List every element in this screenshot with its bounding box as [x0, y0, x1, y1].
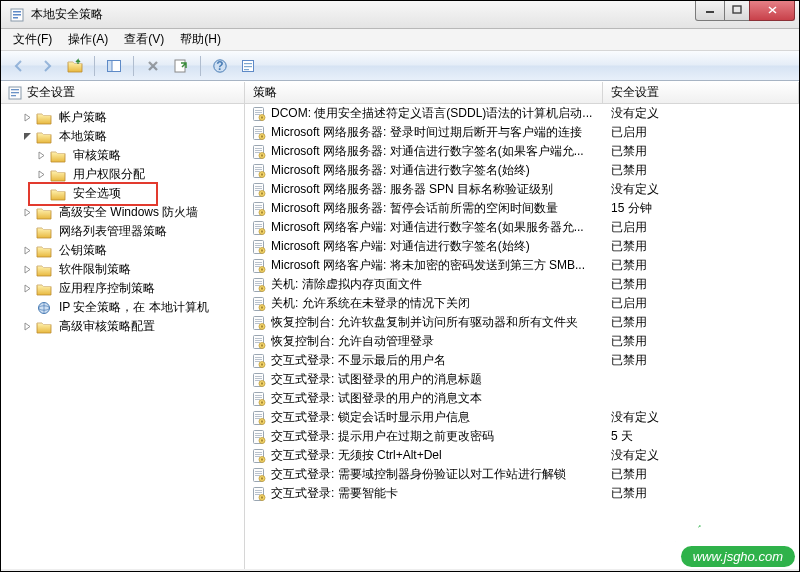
list-row[interactable]: Microsoft 网络服务器: 对通信进行数字签名(始终)已禁用 [245, 161, 799, 180]
folder-icon [36, 243, 52, 259]
folder-icon [36, 129, 52, 145]
tree-node[interactable]: 应用程序控制策略 [19, 279, 244, 298]
tree-node[interactable]: 用户权限分配 [33, 165, 244, 184]
policy-icon [251, 220, 267, 236]
minimize-button[interactable] [695, 1, 725, 21]
close-button[interactable] [749, 1, 795, 21]
policy-icon [251, 410, 267, 426]
expander-icon[interactable] [21, 282, 34, 295]
expander-icon[interactable] [21, 111, 34, 124]
policy-name: 交互式登录: 提示用户在过期之前更改密码 [271, 428, 603, 445]
policy-icon [251, 144, 267, 160]
tree-node[interactable]: 网络列表管理器策略 [19, 222, 244, 241]
list-row[interactable]: Microsoft 网络客户端: 对通信进行数字签名(始终)已禁用 [245, 237, 799, 256]
tree[interactable]: 帐户策略本地策略审核策略用户权限分配安全选项高级安全 Windows 防火墙网络… [1, 104, 244, 569]
tree-node[interactable]: 安全选项 [33, 184, 244, 203]
policy-name: Microsoft 网络服务器: 对通信进行数字签名(如果客户端允... [271, 143, 603, 160]
expander-icon[interactable] [35, 168, 48, 181]
tree-node[interactable]: 软件限制策略 [19, 260, 244, 279]
policy-name: Microsoft 网络客户端: 对通信进行数字签名(始终) [271, 238, 603, 255]
tree-pane: 安全设置 帐户策略本地策略审核策略用户权限分配安全选项高级安全 Windows … [1, 82, 245, 569]
policy-name: 交互式登录: 锁定会话时显示用户信息 [271, 409, 603, 426]
app-icon [9, 7, 25, 23]
col-policy[interactable]: 策略 [245, 82, 603, 103]
policy-setting: 已禁用 [603, 143, 799, 160]
delete-button[interactable] [141, 54, 165, 78]
list-row[interactable]: Microsoft 网络服务器: 暂停会话前所需的空闲时间数量15 分钟 [245, 199, 799, 218]
menu-file[interactable]: 文件(F) [5, 29, 60, 50]
col-setting[interactable]: 安全设置 [603, 82, 799, 103]
list-row[interactable]: Microsoft 网络服务器: 服务器 SPN 目标名称验证级别没有定义 [245, 180, 799, 199]
svg-rect-8 [13, 14, 21, 16]
tree-label: 软件限制策略 [56, 260, 134, 279]
policy-setting: 已启用 [603, 124, 799, 141]
policy-name: DCOM: 使用安全描述符定义语言(SDDL)语法的计算机启动... [271, 105, 603, 122]
properties-button[interactable] [236, 54, 260, 78]
tree-node[interactable]: IP 安全策略，在 本地计算机 [19, 298, 244, 317]
list-row[interactable]: 交互式登录: 锁定会话时显示用户信息没有定义 [245, 408, 799, 427]
expander-icon[interactable] [35, 149, 48, 162]
policy-setting: 已禁用 [603, 238, 799, 255]
expander-icon[interactable] [21, 206, 34, 219]
list-row[interactable]: 交互式登录: 提示用户在过期之前更改密码5 天 [245, 427, 799, 446]
expander-icon[interactable] [21, 130, 34, 143]
folder-icon [36, 319, 52, 335]
expander-icon[interactable] [21, 320, 34, 333]
list-row[interactable]: Microsoft 网络服务器: 对通信进行数字签名(如果客户端允...已禁用 [245, 142, 799, 161]
tree-node[interactable]: 高级审核策略配置 [19, 317, 244, 336]
folder-icon [36, 262, 52, 278]
list-row[interactable]: Microsoft 网络客户端: 对通信进行数字签名(如果服务器允...已启用 [245, 218, 799, 237]
list-body[interactable]: DCOM: 使用安全描述符定义语言(SDDL)语法的计算机启动...没有定义Mi… [245, 104, 799, 569]
up-button[interactable] [63, 54, 87, 78]
expander-icon[interactable] [21, 244, 34, 257]
policy-name: 关机: 清除虚拟内存页面文件 [271, 276, 603, 293]
policy-name: 交互式登录: 试图登录的用户的消息文本 [271, 390, 603, 407]
back-button[interactable] [7, 54, 31, 78]
list-header: 策略 安全设置 [245, 82, 799, 104]
list-row[interactable]: 交互式登录: 无须按 Ctrl+Alt+Del没有定义 [245, 446, 799, 465]
svg-rect-24 [11, 95, 16, 96]
export-button[interactable] [169, 54, 193, 78]
policy-setting: 没有定义 [603, 409, 799, 426]
list-row[interactable]: 恢复控制台: 允许自动管理登录已禁用 [245, 332, 799, 351]
list-row[interactable]: 交互式登录: 不显示最后的用户名已禁用 [245, 351, 799, 370]
list-row[interactable]: 交互式登录: 试图登录的用户的消息标题 [245, 370, 799, 389]
help-button[interactable]: ? [208, 54, 232, 78]
list-row[interactable]: 交互式登录: 需要智能卡已禁用 [245, 484, 799, 503]
policy-name: Microsoft 网络服务器: 暂停会话前所需的空闲时间数量 [271, 200, 603, 217]
policy-name: Microsoft 网络客户端: 对通信进行数字签名(如果服务器允... [271, 219, 603, 236]
maximize-button[interactable] [724, 1, 750, 21]
menu-help[interactable]: 帮助(H) [172, 29, 229, 50]
tree-node[interactable]: 公钥策略 [19, 241, 244, 260]
list-row[interactable]: 交互式登录: 试图登录的用户的消息文本 [245, 389, 799, 408]
svg-rect-9 [13, 17, 18, 19]
policy-setting: 没有定义 [603, 105, 799, 122]
list-row[interactable]: 交互式登录: 需要域控制器身份验证以对工作站进行解锁已禁用 [245, 465, 799, 484]
show-hide-tree-button[interactable] [102, 54, 126, 78]
tree-node[interactable]: 帐户策略 [19, 108, 244, 127]
tree-node[interactable]: 高级安全 Windows 防火墙 [19, 203, 244, 222]
list-row[interactable]: DCOM: 使用安全描述符定义语言(SDDL)语法的计算机启动...没有定义 [245, 104, 799, 123]
menu-action[interactable]: 操作(A) [60, 29, 116, 50]
policy-icon [251, 106, 267, 122]
policy-icon [251, 486, 267, 502]
expander-icon[interactable] [21, 263, 34, 276]
list-row[interactable]: 关机: 允许系统在未登录的情况下关闭已启用 [245, 294, 799, 313]
titlebar: 本地安全策略 [1, 1, 799, 29]
policy-setting: 已禁用 [603, 333, 799, 350]
svg-rect-19 [244, 66, 252, 67]
tree-header[interactable]: 安全设置 [1, 82, 244, 104]
menu-view[interactable]: 查看(V) [116, 29, 172, 50]
forward-button[interactable] [35, 54, 59, 78]
list-row[interactable]: 恢复控制台: 允许软盘复制并访问所有驱动器和所有文件夹已禁用 [245, 313, 799, 332]
tree-label: 公钥策略 [56, 241, 110, 260]
folder-icon [36, 300, 52, 316]
policy-icon [251, 315, 267, 331]
policy-icon [251, 258, 267, 274]
list-row[interactable]: Microsoft 网络客户端: 将未加密的密码发送到第三方 SMB...已禁用 [245, 256, 799, 275]
tree-node[interactable]: 审核策略 [33, 146, 244, 165]
list-row[interactable]: Microsoft 网络服务器: 登录时间过期后断开与客户端的连接已启用 [245, 123, 799, 142]
tree-node[interactable]: 本地策略 [19, 127, 244, 146]
policy-name: 关机: 允许系统在未登录的情况下关闭 [271, 295, 603, 312]
list-row[interactable]: 关机: 清除虚拟内存页面文件已禁用 [245, 275, 799, 294]
